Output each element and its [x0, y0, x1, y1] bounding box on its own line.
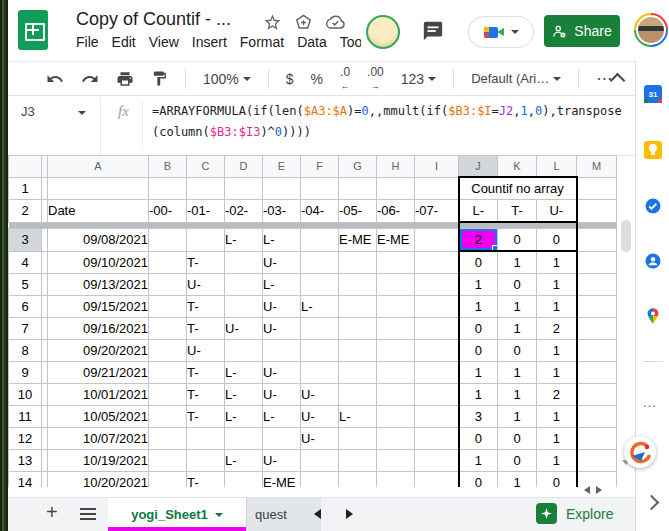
tab-scroll-left-icon[interactable] — [314, 509, 321, 519]
cell-count[interactable]: 1 — [459, 362, 498, 384]
document-status-icon[interactable] — [325, 13, 346, 32]
cell-count[interactable]: 1 — [498, 406, 537, 428]
cell-code[interactable] — [339, 251, 377, 274]
cell-count[interactable]: 2 — [459, 229, 498, 252]
cell-code[interactable] — [301, 318, 339, 340]
cell[interactable] — [577, 177, 617, 200]
cell-code[interactable] — [415, 450, 459, 472]
col-header-J[interactable]: J — [459, 156, 498, 178]
cell-count-header[interactable]: U- — [537, 200, 577, 223]
row-header[interactable]: 1 — [9, 177, 42, 200]
cell-code[interactable]: L- — [225, 362, 263, 384]
cell-code[interactable]: L- — [339, 406, 377, 428]
cell-code[interactable] — [415, 472, 459, 488]
cell-code[interactable] — [377, 428, 415, 450]
cell-code[interactable]: L- — [225, 406, 263, 428]
cell-date[interactable]: 09/10/2021 — [48, 251, 149, 274]
cell-code[interactable]: E-ME — [263, 472, 301, 488]
explore-button[interactable]: Explore — [536, 503, 613, 524]
cell-count[interactable]: 0 — [459, 340, 498, 362]
cell-code[interactable]: U- — [263, 318, 301, 340]
cell-code[interactable]: E-ME — [377, 229, 415, 252]
cell-code[interactable]: L- — [225, 450, 263, 472]
cell-count[interactable]: 0 — [498, 428, 537, 450]
calendar-icon[interactable]: 31 — [644, 85, 662, 103]
cell-code[interactable] — [415, 428, 459, 450]
cell[interactable] — [377, 177, 415, 200]
cell-code[interactable]: T- — [187, 296, 225, 318]
print-button[interactable] — [116, 70, 134, 88]
cell-code[interactable]: U- — [187, 274, 225, 296]
cell-code[interactable] — [149, 296, 187, 318]
cell-code[interactable] — [149, 450, 187, 472]
cell-count[interactable]: 0 — [537, 229, 577, 252]
all-sheets-menu-icon[interactable] — [80, 508, 96, 521]
contacts-icon[interactable] — [644, 252, 662, 270]
cell[interactable] — [577, 318, 617, 340]
horizontal-scrollbar[interactable] — [584, 486, 602, 494]
cell-count-header[interactable]: T- — [498, 200, 537, 223]
cell-code[interactable] — [377, 472, 415, 488]
row-header[interactable]: 11 — [9, 406, 42, 428]
cell-code[interactable]: U- — [301, 406, 339, 428]
cell[interactable] — [263, 177, 301, 200]
cell-code[interactable]: T- — [187, 251, 225, 274]
keep-icon[interactable] — [644, 141, 662, 159]
add-sheet-button[interactable]: + — [46, 501, 58, 524]
menu-file[interactable]: File — [76, 34, 99, 56]
cell-countif-title[interactable]: Countif no array — [459, 177, 577, 200]
col-header-H[interactable]: H — [377, 156, 415, 178]
cell[interactable] — [149, 177, 187, 200]
panel-more-dots[interactable]: ... — [643, 395, 657, 410]
cell-code[interactable] — [149, 340, 187, 362]
cell-code[interactable] — [187, 450, 225, 472]
cell-code[interactable] — [377, 296, 415, 318]
cell-code[interactable] — [301, 472, 339, 488]
cell-date[interactable]: 09/20/2021 — [48, 340, 149, 362]
cell-count[interactable]: 1 — [537, 450, 577, 472]
cell-count[interactable]: 0 — [459, 472, 498, 488]
cell-code[interactable] — [301, 274, 339, 296]
cell-count[interactable]: 1 — [498, 296, 537, 318]
cell-count[interactable]: 0 — [459, 428, 498, 450]
cell-code[interactable] — [149, 274, 187, 296]
cell-code[interactable] — [149, 406, 187, 428]
cell-code[interactable] — [339, 274, 377, 296]
format-currency-button[interactable]: $ — [286, 71, 294, 87]
cell-date[interactable]: 09/16/2021 — [48, 318, 149, 340]
row-header[interactable]: 7 — [9, 318, 42, 340]
cell-code-header[interactable]: -01- — [187, 200, 225, 223]
cell-count[interactable]: 0 — [498, 450, 537, 472]
add-shortcut-to-drive-icon[interactable] — [294, 13, 313, 32]
cell-code[interactable] — [339, 472, 377, 488]
cell-code[interactable]: L- — [263, 274, 301, 296]
cell-code[interactable] — [415, 318, 459, 340]
cell[interactable] — [577, 472, 617, 488]
formula-input[interactable]: =ARRAYFORMULA(if(len($A3:$A)=0,,mmult(if… — [152, 101, 630, 143]
cell-count[interactable]: 2 — [537, 384, 577, 406]
cell-code[interactable] — [339, 384, 377, 406]
row-header[interactable]: 12 — [9, 428, 42, 450]
meet-button[interactable] — [468, 16, 534, 48]
col-header-F[interactable]: F — [301, 156, 339, 178]
cell-count[interactable]: 1 — [537, 428, 577, 450]
redo-button[interactable] — [81, 70, 99, 88]
cell-code[interactable] — [339, 362, 377, 384]
cell-count[interactable]: 1 — [498, 251, 537, 274]
zoom-select[interactable]: 100% — [203, 71, 251, 87]
cell-date[interactable]: 10/01/2021 — [48, 384, 149, 406]
tab-scroll-right-icon[interactable] — [346, 509, 353, 519]
cell-code[interactable] — [415, 296, 459, 318]
cell-count[interactable]: 1 — [498, 384, 537, 406]
cell-count[interactable]: 2 — [537, 318, 577, 340]
cell[interactable] — [577, 428, 617, 450]
col-header-E[interactable]: E — [263, 156, 301, 178]
cell-date[interactable]: 10/19/2021 — [48, 450, 149, 472]
cell-count[interactable]: 0 — [459, 318, 498, 340]
menu-data[interactable]: Data — [297, 34, 327, 56]
cell-code[interactable] — [301, 229, 339, 252]
cell-date-header[interactable]: Date — [48, 200, 149, 223]
cell-code[interactable]: T- — [187, 384, 225, 406]
col-header-G[interactable]: G — [339, 156, 377, 178]
profile-avatar[interactable] — [634, 13, 668, 47]
